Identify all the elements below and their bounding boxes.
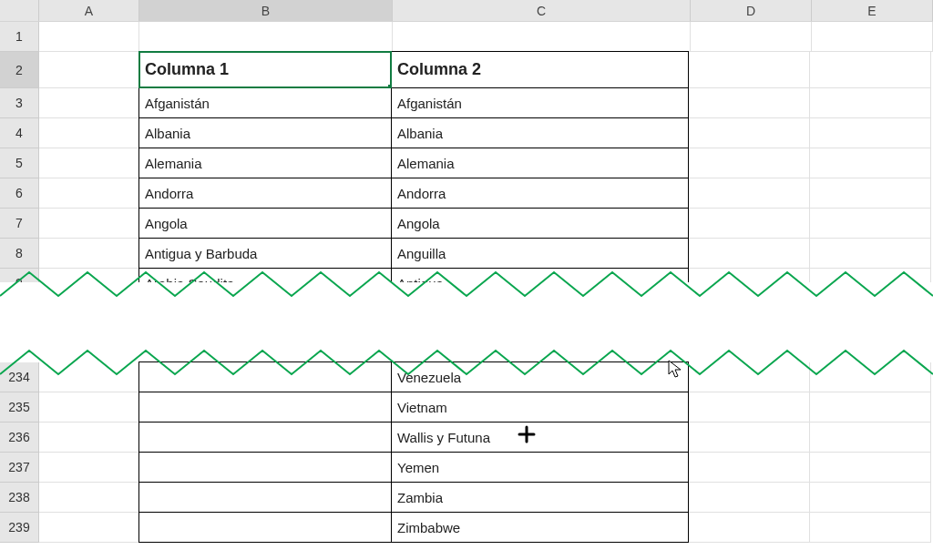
cell[interactable] <box>39 22 139 52</box>
row-header[interactable]: 6 <box>0 178 39 209</box>
table-cell[interactable]: Andorra <box>138 178 392 209</box>
section-gap <box>0 282 933 351</box>
table-cell[interactable] <box>138 392 392 423</box>
cell[interactable] <box>39 88 139 118</box>
cell[interactable] <box>810 209 931 239</box>
cell[interactable] <box>689 148 810 178</box>
cell[interactable] <box>39 362 139 392</box>
table-cell[interactable]: Albania <box>391 117 689 148</box>
cell[interactable] <box>810 483 931 513</box>
table-cell[interactable]: Zimbabwe <box>391 512 689 543</box>
row-header[interactable]: 5 <box>0 148 39 178</box>
col-header-b[interactable]: B <box>139 0 393 21</box>
table-cell[interactable] <box>138 422 392 453</box>
cell[interactable] <box>39 513 139 543</box>
arrow-cursor-icon <box>668 360 684 382</box>
table-cell[interactable]: Alemania <box>391 148 689 178</box>
cell[interactable] <box>689 118 810 148</box>
table-cell[interactable]: Wallis y Futuna <box>391 422 689 453</box>
cell[interactable] <box>39 118 139 148</box>
table-cell[interactable]: Anguilla <box>391 238 689 269</box>
row-header[interactable]: 237 <box>0 453 39 483</box>
column-header-bar: A B C D E <box>0 0 933 22</box>
table-cell[interactable]: Zambia <box>391 482 689 513</box>
cell[interactable] <box>689 178 810 209</box>
cell[interactable] <box>39 52 139 88</box>
row-header[interactable]: 1 <box>0 22 39 52</box>
row-header[interactable]: 8 <box>0 239 39 269</box>
cell[interactable] <box>689 239 810 269</box>
table-cell[interactable] <box>138 452 392 483</box>
cell[interactable] <box>39 483 139 513</box>
cell[interactable] <box>810 178 931 209</box>
cell[interactable] <box>810 148 931 178</box>
cell[interactable] <box>689 453 810 483</box>
table-cell[interactable] <box>138 512 392 543</box>
cell[interactable] <box>810 52 931 88</box>
row-header[interactable]: 4 <box>0 118 39 148</box>
cell[interactable] <box>689 392 810 423</box>
cell[interactable] <box>691 22 812 52</box>
row-header[interactable]: 238 <box>0 483 39 513</box>
table-cell[interactable] <box>138 482 392 513</box>
cell[interactable] <box>810 453 931 483</box>
cell[interactable] <box>39 209 139 239</box>
row-header[interactable]: 2 <box>0 52 39 88</box>
table-cell[interactable]: Andorra <box>391 178 689 209</box>
row-header[interactable]: 234 <box>0 362 39 392</box>
cell[interactable] <box>39 178 139 209</box>
cell[interactable] <box>810 423 931 453</box>
table-cell[interactable]: Alemania <box>138 148 392 178</box>
cell[interactable] <box>689 52 810 88</box>
cell[interactable] <box>810 362 931 392</box>
table-cell[interactable]: Afganistán <box>391 87 689 118</box>
row-header[interactable]: 7 <box>0 209 39 239</box>
table-cell[interactable]: Venezuela <box>391 361 689 392</box>
col-header-e[interactable]: E <box>812 0 933 21</box>
fill-handle[interactable] <box>388 85 392 88</box>
table-cell[interactable]: Albania <box>138 117 392 148</box>
table-cell[interactable]: Antigua y Barbuda <box>138 238 392 269</box>
cell[interactable] <box>810 88 931 118</box>
table-cell[interactable] <box>138 361 392 392</box>
table-cell[interactable]: Angola <box>138 208 392 239</box>
cell[interactable] <box>39 423 139 453</box>
cell[interactable] <box>393 22 691 52</box>
table-cell[interactable]: Yemen <box>391 452 689 483</box>
grid-top: 1 2 Columna 1 Columna 2 3 Afganistán Afg… <box>0 22 933 299</box>
cell[interactable] <box>810 513 931 543</box>
grid-bottom: 234 Venezuela 235 Vietnam 236 Wallis y F… <box>0 362 931 543</box>
row-header[interactable]: 235 <box>0 392 39 423</box>
cell[interactable] <box>689 423 810 453</box>
cell[interactable] <box>689 209 810 239</box>
cell[interactable] <box>139 22 393 52</box>
header-label-col2: Columna 2 <box>397 60 481 78</box>
header-label-col1: Columna 1 <box>145 60 229 78</box>
excel-plus-cursor-icon <box>518 425 536 443</box>
cell[interactable] <box>689 362 810 392</box>
table-cell[interactable]: Afganistán <box>138 87 392 118</box>
select-all-corner[interactable] <box>0 0 39 21</box>
cell[interactable] <box>39 392 139 423</box>
cell-c2[interactable]: Columna 2 <box>391 51 689 88</box>
cell[interactable] <box>689 513 810 543</box>
cell[interactable] <box>689 88 810 118</box>
table-cell[interactable]: Angola <box>391 208 689 239</box>
cell[interactable] <box>812 22 933 52</box>
cell[interactable] <box>810 392 931 423</box>
cell[interactable] <box>39 453 139 483</box>
cell[interactable] <box>810 118 931 148</box>
row-header[interactable]: 236 <box>0 423 39 453</box>
cell[interactable] <box>689 483 810 513</box>
table-cell[interactable]: Vietnam <box>391 392 689 423</box>
cell[interactable] <box>810 239 931 269</box>
cell[interactable] <box>39 148 139 178</box>
col-header-c[interactable]: C <box>393 0 691 21</box>
col-header-a[interactable]: A <box>39 0 139 21</box>
cell-b2-selected[interactable]: Columna 1 <box>138 51 392 88</box>
cell[interactable] <box>39 239 139 269</box>
col-header-d[interactable]: D <box>691 0 812 21</box>
row-header[interactable]: 239 <box>0 513 39 543</box>
row-header[interactable]: 3 <box>0 88 39 118</box>
